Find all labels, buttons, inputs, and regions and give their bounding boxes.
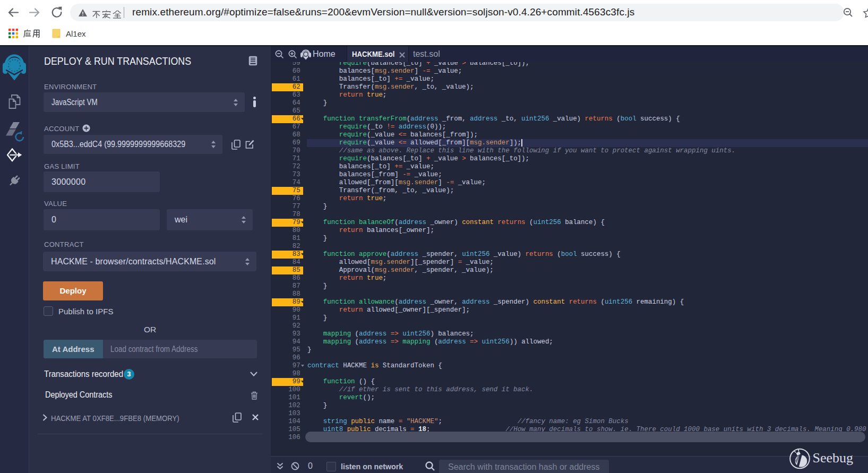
svg-text:Seebug: Seebug [813,450,854,466]
